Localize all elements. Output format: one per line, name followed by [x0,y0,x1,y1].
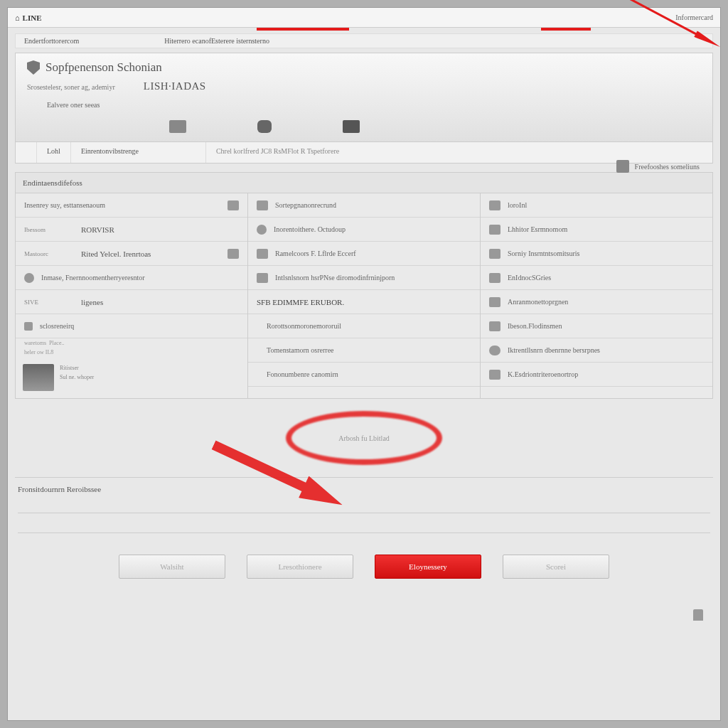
primary-button[interactable]: Eloynessery [375,555,481,579]
clock-icon [24,273,34,283]
breadcrumb-b[interactable]: Hiterrero ecanofEsterere isternsterno [164,37,269,45]
section-title: Endintaensdifefoss [15,172,713,193]
field-label: waretoms [24,340,46,346]
tabs: Lohl Einrentonvibstrenge Chrel korlfrerd… [15,142,713,164]
column-3: loroInl Lhhitor Esrmnomom Sorniy Insrntn… [481,193,712,398]
row-text[interactable]: Lhhitor Esrmnomom [508,225,704,233]
tab-icon[interactable] [16,142,37,163]
field-value: RORVISR [81,225,239,234]
row-text[interactable]: EnIdnocSGries [508,274,704,282]
edit-icon[interactable] [228,200,239,210]
clock-icon [257,225,267,235]
header-panel: Sopfpenenson Schonian Srosestelesr, sone… [15,53,713,142]
accent-bar [541,28,591,31]
input-line[interactable] [18,518,710,533]
row-text[interactable]: Fononumbenre canomirn [267,370,471,378]
doc-icon [257,200,268,210]
shield-icon [27,60,40,75]
row-text[interactable]: Intlsnlsnorn hsrPNse diromodinfrninjporn [275,274,471,282]
home-icon: ⌂ [15,14,20,22]
row-text[interactable]: Rorottsonmoronemororuil [267,322,471,330]
button-b[interactable]: Lresothionere [247,555,353,579]
footer-title: Fronsitdournrn Reroibssee [18,485,710,493]
tab-note: Chrel korlfrerd JC8 RsMFlot R Tspetforer… [206,142,349,163]
titlebar-right-text: Informercard [675,14,713,21]
button-row: Walsiht Lresothionere Eloynessery Scorei [8,545,720,586]
row-text[interactable]: Tomenstamorn osrerree [267,346,471,354]
field-label: Mastoorc [24,250,74,257]
tag-icon [489,273,500,283]
pill-icon [489,346,500,355]
field-value: Place.. [49,340,64,346]
tab-b[interactable]: Einrentonvibstrenge [71,142,206,163]
header-sub-label: Srosestelesr, soner ag, ademiyr [27,83,115,91]
row-text[interactable]: K.Esdriontriteroenortrop [508,370,704,378]
data-grid: Insenrey suy, esttansenaoum IbessomRORVI… [15,193,713,399]
row-text[interactable]: Inorentoithere. Octudoup [274,225,471,233]
grid-icon [257,249,268,259]
header-badge-text[interactable]: Freefooshes someliuns [635,163,700,171]
header-note: Ealvere oner seeas [47,101,701,109]
folder-icon [489,297,500,307]
thumbnail-image [23,364,54,391]
thumbnail-card[interactable]: Ritistser Sul ne. whoper [16,357,247,398]
header-icon[interactable] [257,120,272,133]
row-text[interactable]: Ramelcoors F. Lflrde Eccerf [275,250,471,257]
header-icon[interactable] [169,120,186,133]
button-d[interactable]: Scorei [503,555,609,579]
breadcrumb-a[interactable]: Endertforttorercom [24,37,79,45]
badge-icon [616,160,629,173]
titlebar: ⌂ LINE Informercard [8,8,720,28]
small-text: heler ow IL8 [16,348,247,357]
header-sub-value: LISH·IADAS [144,80,206,92]
accent-bar [257,28,349,31]
folder-icon [489,249,500,259]
page-icon [489,200,500,210]
input-line[interactable] [18,498,710,513]
row-text[interactable]: Inmase, Fnernnoomentherryeresntor [41,274,239,282]
footer-section: Fronsitdournrn Reroibssee [15,477,713,545]
row-label: Insenrey suy, esttansenaoum [24,201,220,209]
tab-a[interactable]: Lohl [37,142,71,163]
field-value: ligenes [81,298,239,306]
page-title: Sopfpenenson Schonian [46,60,162,75]
red-circle-annotation [286,411,442,465]
sub-heading: SFB EDIMMFE ERUBOR. [257,298,471,306]
column-2: Sortepgnanonrecrund Inorentoithere. Octu… [248,193,481,398]
header-icon[interactable] [343,120,360,133]
thumb-title: Ritistser [60,364,94,373]
item-icon [24,322,33,331]
brand: LINE [23,14,42,22]
row-text[interactable]: Iktrentllsnrn dbenrnne bersrpnes [508,346,704,354]
row-text[interactable]: Sortepgnanonrecrund [275,201,471,209]
column-1: Insenrey suy, esttansenaoum IbessomRORVI… [16,193,248,398]
image-icon [257,273,268,283]
button-a[interactable]: Walsiht [119,555,225,579]
row-text[interactable]: Sorniy Insrntntsomitsuris [508,250,704,257]
lock-icon [693,609,703,621]
field-label: SIVE [24,299,74,306]
row-text[interactable]: Anranmonettoprgnen [508,298,704,306]
book-icon [489,225,500,235]
action-icon[interactable] [228,249,239,259]
row-text[interactable]: Ibeson.Flodinsmen [508,322,704,330]
highlight-callout: Arbosh fu Lbitlad [15,406,713,470]
stack-icon [489,321,500,331]
thumb-sub: Sul ne. whoper [60,373,94,382]
breadcrumb: Endertforttorercom Hiterrero ecanofEster… [15,33,713,48]
gear-icon [489,370,500,380]
field-label: Ibessom [24,226,74,233]
row-text[interactable]: loroInl [508,201,704,209]
field-value: Rited Yelcel. Irenrtoas [81,250,220,258]
row-text[interactable]: sclosreneirq [40,322,239,330]
